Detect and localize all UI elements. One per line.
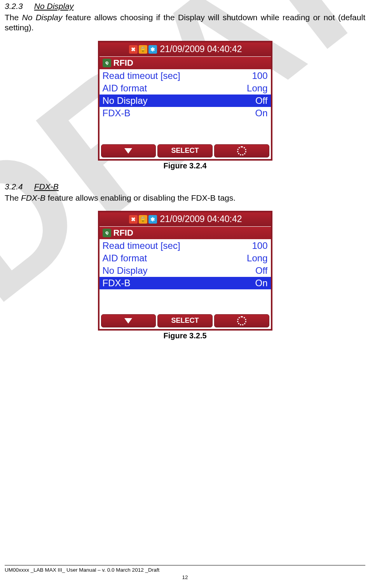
panel-title: RFID (113, 58, 133, 68)
gear-icon (237, 316, 246, 326)
section-3-2-3-title: No Display (34, 2, 74, 10)
menu-label: AID format (103, 83, 147, 94)
page-number: 12 (5, 574, 365, 580)
text-emphasis: No Display (22, 13, 63, 22)
select-button-label: SELECT (171, 147, 199, 155)
menu-row-read-timeout[interactable]: Read timeout [sec] 100 (99, 240, 271, 252)
status-bar: ✖ 🔒 ✱ 21/09/2009 04:40:42 (99, 212, 271, 226)
rfid-icon: ໑ (103, 59, 111, 67)
wifi-off-icon: ✖ (129, 45, 138, 54)
menu-value: Off (255, 95, 268, 106)
menu-value: Off (255, 265, 268, 276)
device-screenshot: ✖ 🔒 ✱ 21/09/2009 04:40:42 ໑ RFID Read ti… (98, 41, 272, 161)
select-button-label: SELECT (171, 317, 199, 325)
status-bar: ✖ 🔒 ✱ 21/09/2009 04:40:42 (99, 42, 271, 56)
menu-label: FDX-B (103, 278, 131, 289)
menu-row-aid-format[interactable]: AID format Long (99, 252, 271, 264)
rfid-icon: ໑ (103, 229, 111, 237)
menu-value: 100 (252, 70, 267, 81)
section-3-2-3-heading: 3.2.3 No Display (5, 2, 365, 11)
footer-text: UM00xxxx _LAB MAX III_ User Manual – v. … (5, 567, 365, 573)
menu-row-no-display[interactable]: No Display Off (99, 264, 271, 277)
panel-header: ໑ RFID (99, 56, 271, 70)
arrow-down-icon (124, 318, 132, 324)
select-button[interactable]: SELECT (157, 144, 213, 158)
device-screenshot: ✖ 🔒 ✱ 21/09/2009 04:40:42 ໑ RFID Read ti… (98, 211, 272, 331)
section-3-2-4-body: The FDX-B feature allows enabling or dis… (5, 193, 365, 203)
menu-row-fdx-b[interactable]: FDX-B On (99, 277, 271, 289)
wifi-off-icon: ✖ (129, 215, 138, 224)
lock-icon: 🔒 (139, 215, 147, 224)
down-button[interactable] (101, 144, 156, 158)
lock-icon: 🔒 (139, 45, 147, 54)
menu-label: No Display (103, 95, 148, 106)
section-3-2-3-number: 3.2.3 (5, 2, 32, 11)
panel-title: RFID (113, 228, 133, 238)
arrow-down-icon (124, 148, 132, 154)
down-button[interactable] (101, 314, 156, 327)
menu-value: On (255, 108, 267, 119)
menu-value: On (255, 278, 267, 289)
text: The (5, 193, 21, 202)
menu-label: Read timeout [sec] (103, 70, 180, 81)
text: feature allows enabling or disabling the… (45, 193, 236, 202)
menu-list: Read timeout [sec] 100 AID format Long N… (99, 240, 271, 313)
figure-3-2-5-caption: Figure 3.2.5 (5, 331, 365, 340)
panel-header: ໑ RFID (99, 226, 271, 240)
menu-label: AID format (103, 253, 147, 264)
section-3-2-3-body: The No Display feature allows choosing i… (5, 12, 365, 33)
menu-list: Read timeout [sec] 100 AID format Long N… (99, 70, 271, 143)
section-3-2-4-heading: 3.2.4 FDX-B (5, 182, 365, 191)
section-3-2-4-number: 3.2.4 (5, 182, 32, 191)
status-icons: ✖ 🔒 ✱ (129, 45, 157, 54)
select-button[interactable]: SELECT (157, 314, 213, 327)
menu-blank-area (99, 119, 271, 143)
bottom-bar: SELECT (99, 143, 271, 159)
status-datetime: 21/09/2009 04:40:42 (160, 44, 242, 54)
status-icons: ✖ 🔒 ✱ (129, 215, 157, 224)
menu-row-aid-format[interactable]: AID format Long (99, 82, 271, 94)
page-footer: UM00xxxx _LAB MAX III_ User Manual – v. … (5, 565, 365, 580)
menu-row-no-display[interactable]: No Display Off (99, 94, 271, 107)
settings-button[interactable] (214, 144, 269, 158)
menu-blank-area (99, 289, 271, 313)
text-emphasis: FDX-B (21, 193, 45, 202)
text: The (5, 13, 22, 22)
section-3-2-4-title: FDX-B (34, 182, 59, 191)
settings-button[interactable] (214, 314, 269, 327)
status-datetime: 21/09/2009 04:40:42 (160, 214, 242, 224)
figure-3-2-5: ✖ 🔒 ✱ 21/09/2009 04:40:42 ໑ RFID Read ti… (5, 211, 365, 340)
gear-icon (237, 146, 246, 156)
menu-row-fdx-b[interactable]: FDX-B On (99, 107, 271, 119)
bottom-bar: SELECT (99, 313, 271, 329)
figure-3-2-4-caption: Figure 3.2.4 (5, 161, 365, 170)
menu-label: No Display (103, 265, 148, 276)
figure-3-2-4: ✖ 🔒 ✱ 21/09/2009 04:40:42 ໑ RFID Read ti… (5, 41, 365, 170)
menu-value: Long (247, 83, 267, 94)
menu-label: Read timeout [sec] (103, 240, 180, 251)
bluetooth-icon: ✱ (148, 45, 157, 54)
menu-row-read-timeout[interactable]: Read timeout [sec] 100 (99, 70, 271, 82)
menu-label: FDX-B (103, 108, 131, 119)
menu-value: 100 (252, 240, 267, 251)
menu-value: Long (247, 253, 267, 264)
bluetooth-icon: ✱ (148, 215, 157, 224)
